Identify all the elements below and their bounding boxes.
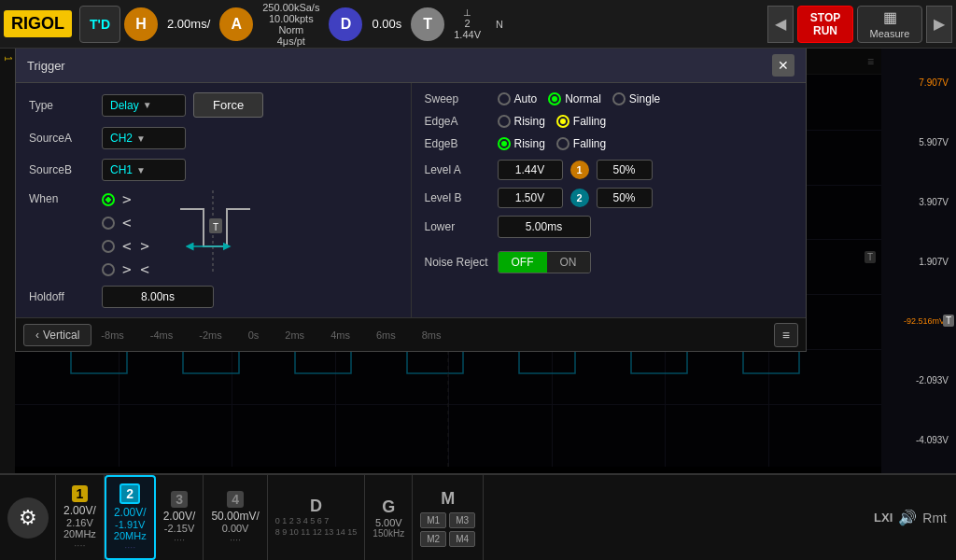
source-a-row: SourceA CH2 ▼ [29,127,398,149]
bottom-nav: ‹ Vertical -8ms -4ms -2ms 0s 2ms 4ms 6ms… [16,317,806,351]
sweep-single-radio [612,92,626,105]
source-a-select[interactable]: CH2 ▼ [102,127,186,149]
sweep-row: Sweep Auto Normal [425,92,794,105]
holdoff-label: Holdoff [29,290,94,303]
channel-4-block[interactable]: 4 50.00mV/ 0.00V ···· [204,475,267,560]
t-button[interactable]: T [411,7,444,41]
ch2-freq: 20MHz [114,530,147,541]
volt-6: -2.093V [916,375,952,385]
noise-on-button[interactable]: ON [547,252,590,273]
when-sym-1: > [122,190,132,208]
level-b-value[interactable]: 1.50V [498,188,563,208]
h-button[interactable]: H [124,7,158,41]
ch1-dots: ···· [63,539,96,551]
lxi-logo: LXI [874,511,893,525]
stop-run-button[interactable]: STOP RUN [797,6,853,43]
channel-3-block[interactable]: 3 2.00V/ -2.15V ···· [156,475,204,560]
sweep-single[interactable]: Single [612,92,660,105]
when-radio-1 [102,193,115,206]
edge-a-falling[interactable]: Falling [556,115,606,128]
source-b-label: SourceB [29,163,94,176]
m-block: M M1 M3 M2 M4 [413,475,484,560]
when-radio-2 [102,217,115,230]
trigger-header: Trigger ✕ [16,49,806,83]
when-option-gt[interactable]: > [102,190,149,208]
edge-a-radio-group: Rising Falling [498,115,607,128]
channel-2-info: 2.00V/ -1.91V 20MHz ···· [114,506,147,553]
edge-a-row: EdgeA Rising Falling [425,115,794,128]
level-b-row: Level B 1.50V 2 50% [425,188,794,208]
ch4-dots: ···· [211,534,259,545]
td-button[interactable]: T'D [79,6,120,43]
ch2-volt-div: 2.00V/ [114,506,147,519]
noise-label: Noise Reject [425,256,490,269]
m1-button[interactable]: M1 [420,512,446,528]
edge-a-rising[interactable]: Rising [498,115,545,128]
waveform-menu-btn[interactable]: ≡ [774,323,798,347]
d-channel-block[interactable]: D 0 1 2 3 4 5 6 7 8 9 10 11 12 13 14 15 [268,475,366,560]
noise-off-button[interactable]: OFF [499,252,547,273]
time-mark-8: 8ms [422,329,442,341]
source-a-label: SourceA [29,132,94,145]
when-label: When [29,190,94,205]
channel-2-block[interactable]: 2 2.00V/ -1.91V 20MHz ···· [105,475,156,560]
bottom-bar: ⚙ 1 2.00V/ 2.16V 20MHz ···· 2 2.00V/ -1.… [0,473,956,560]
volt-4: 1.907V [919,257,952,267]
when-radio-4 [102,263,115,276]
edge-a-rising-label: Rising [514,115,545,128]
when-option-lt[interactable]: < [102,214,149,231]
type-select[interactable]: Delay ▼ [102,94,186,117]
sweep-auto[interactable]: Auto [498,92,538,105]
level-b-pct[interactable]: 50% [597,188,653,208]
g-channel-block[interactable]: G 5.00V 150kHz [365,475,413,560]
ch3-offset: -2.15V [163,523,196,534]
volt-5: -92.516mV [904,316,949,326]
force-button[interactable]: Force [193,92,263,118]
level-a-value[interactable]: 1.44V [498,160,563,180]
svg-text:T: T [213,222,218,232]
g-channel-freq: 150kHz [373,528,404,539]
when-sym-3: < > [122,237,149,255]
trigger-close-button[interactable]: ✕ [772,54,794,77]
edge-a-rising-radio [498,115,511,128]
ch4-volt-div: 50.00mV/ [211,510,259,523]
source-b-select[interactable]: CH1 ▼ [102,159,186,181]
lower-value[interactable]: 5.00ms [498,216,591,238]
measure-button[interactable]: ▦ Measure [857,6,922,43]
lower-row: Lower 5.00ms [425,216,794,238]
rigol-logo: RIGOL [4,10,72,37]
rmt-label: Rmt [922,511,947,525]
ch3-volt-div: 2.00V/ [163,510,196,523]
trigger-title: Trigger [27,59,65,73]
trigger-left-column: Type Delay ▼ Force SourceA CH2 [16,83,412,317]
level-a-pct[interactable]: 50% [597,160,653,180]
ch3-dots: ···· [163,534,196,545]
channel-1-block[interactable]: 1 2.00V/ 2.16V 20MHz ···· [56,475,105,560]
time-mark-6: 6ms [376,329,396,341]
edge-b-falling[interactable]: Falling [556,137,606,150]
settings-gear-icon[interactable]: ⚙ [7,497,49,539]
level-a-badge: 1 [570,161,589,179]
m4-button[interactable]: M4 [449,531,475,547]
noise-toggle[interactable]: OFF ON [498,251,591,273]
when-option-gt-lt[interactable]: > < [102,260,149,278]
sweep-normal[interactable]: Normal [548,92,601,105]
edge-b-rising[interactable]: Rising [498,137,545,150]
holdoff-row: Holdoff 8.00ns [29,286,398,308]
sweep-normal-radio [548,92,561,105]
m2-button[interactable]: M2 [420,531,446,547]
trigger-body: Type Delay ▼ Force SourceA CH2 [16,83,806,317]
channel-1-number: 1 [72,485,89,502]
g-channel-label: G [382,497,395,517]
when-option-lt-gt[interactable]: < > [102,237,149,255]
left-nav-arrow[interactable]: ◀ [767,6,794,43]
holdoff-value[interactable]: 8.00ns [102,286,214,308]
right-nav-arrow[interactable]: ▶ [926,6,952,43]
m3-button[interactable]: M3 [449,512,475,528]
d-button[interactable]: D [329,7,362,41]
a-button[interactable]: A [219,7,253,41]
vertical-button[interactable]: ‹ Vertical [23,324,91,346]
source-b-row: SourceB CH1 ▼ [29,159,398,181]
vertical-arrow: ‹ [35,329,39,342]
level-b-badge: 2 [570,189,589,207]
